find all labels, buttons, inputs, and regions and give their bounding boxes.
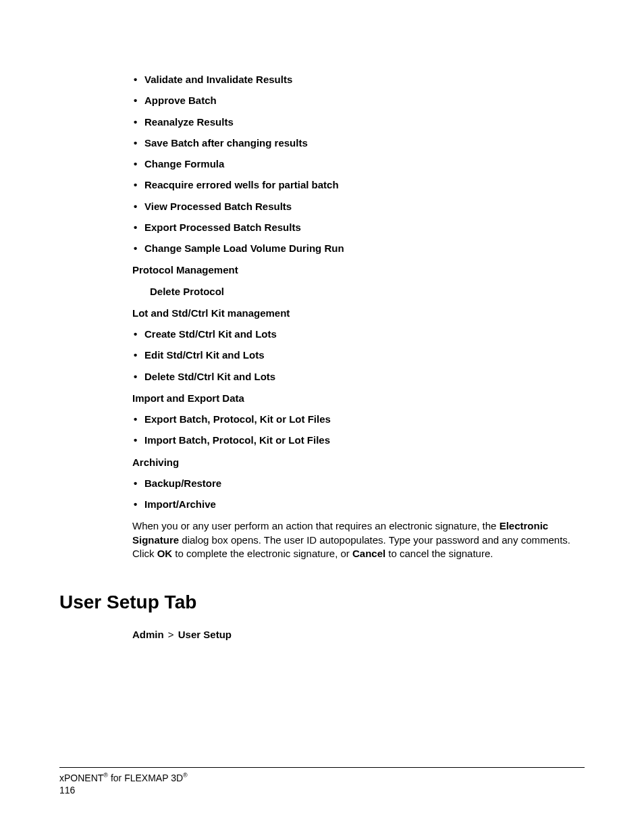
item-delete-protocol: Delete Protocol <box>150 285 585 298</box>
list-item: Reacquire errored wells for partial batc… <box>132 178 585 192</box>
subhead-import-export: Import and Export Data <box>132 392 585 405</box>
list-item: View Processed Batch Results <box>132 200 585 213</box>
breadcrumb: Admin > User Setup <box>132 628 585 642</box>
breadcrumb-user-setup: User Setup <box>178 629 232 640</box>
list-item: Import Batch, Protocol, Kit or Lot Files <box>132 434 585 447</box>
list-item: Reanalyze Results <box>132 115 585 129</box>
breadcrumb-admin: Admin <box>132 629 164 640</box>
footer-product-line: xPONENT® for FLEXMAP 3D® <box>59 772 585 784</box>
text: to cancel the signature. <box>385 548 493 559</box>
bullet-list-3: Export Batch, Protocol, Kit or Lot Files… <box>132 413 585 448</box>
list-item: Backup/Restore <box>132 477 585 490</box>
list-item: Approve Batch <box>132 94 585 107</box>
list-item: Edit Std/Ctrl Kit and Lots <box>132 348 585 362</box>
paragraph-esig: When you or any user perform an action t… <box>132 519 585 561</box>
list-item: Create Std/Ctrl Kit and Lots <box>132 328 585 341</box>
text: to complete the electronic signature, or <box>172 548 352 559</box>
footer-product1: xPONENT <box>59 773 103 783</box>
registered-icon: ® <box>183 772 188 779</box>
heading-user-setup-tab: User Setup Tab <box>59 592 585 613</box>
footer-page-number: 116 <box>59 784 585 796</box>
breadcrumb-separator: > <box>168 629 174 640</box>
list-item: Validate and Invalidate Results <box>132 73 585 86</box>
bullet-list-1: Validate and Invalidate Results Approve … <box>132 73 585 255</box>
bold-cancel: Cancel <box>352 548 385 559</box>
subhead-lot-kit-management: Lot and Std/Ctrl Kit management <box>132 307 585 320</box>
list-item: Export Processed Batch Results <box>132 221 585 234</box>
list-item: Import/Archive <box>132 498 585 511</box>
footer-mid: for FLEXMAP 3D <box>108 773 183 783</box>
bullet-list-4: Backup/Restore Import/Archive <box>132 477 585 512</box>
list-item: Save Batch after changing results <box>132 136 585 150</box>
list-item: Delete Std/Ctrl Kit and Lots <box>132 370 585 384</box>
subhead-archiving: Archiving <box>132 456 585 469</box>
subhead-protocol-management: Protocol Management <box>132 263 585 277</box>
bold-ok: OK <box>157 548 173 559</box>
list-item: Change Sample Load Volume During Run <box>132 242 585 255</box>
bullet-list-2: Create Std/Ctrl Kit and Lots Edit Std/Ct… <box>132 328 585 384</box>
list-item: Change Formula <box>132 157 585 171</box>
text: When you or any user perform an action t… <box>132 520 500 531</box>
list-item: Export Batch, Protocol, Kit or Lot Files <box>132 413 585 426</box>
page-footer: xPONENT® for FLEXMAP 3D® 116 <box>59 767 585 796</box>
